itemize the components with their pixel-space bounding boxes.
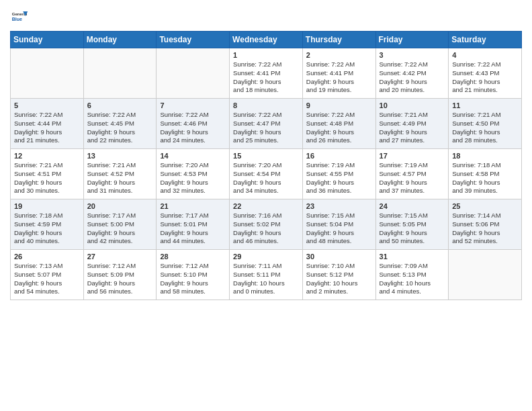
- day-info: Sunrise: 7:21 AMSunset: 4:49 PMDaylight:…: [380, 111, 445, 145]
- day-number: 10: [380, 101, 445, 109]
- calendar-header-saturday: Saturday: [449, 32, 522, 48]
- calendar-cell: 3Sunrise: 7:22 AMSunset: 4:42 PMDaylight…: [375, 48, 449, 99]
- calendar-header-wednesday: Wednesday: [230, 32, 303, 48]
- day-number: 7: [160, 101, 226, 109]
- day-info: Sunrise: 7:22 AMSunset: 4:48 PMDaylight:…: [306, 111, 372, 145]
- day-number: 16: [306, 152, 372, 160]
- day-info: Sunrise: 7:12 AMSunset: 5:09 PMDaylight:…: [87, 262, 153, 296]
- day-info: Sunrise: 7:16 AMSunset: 5:02 PMDaylight:…: [233, 212, 299, 246]
- day-number: 2: [306, 51, 372, 59]
- day-info: Sunrise: 7:22 AMSunset: 4:44 PMDaylight:…: [14, 111, 80, 145]
- day-info: Sunrise: 7:22 AMSunset: 4:43 PMDaylight:…: [452, 60, 518, 95]
- day-number: 20: [87, 202, 153, 210]
- day-info: Sunrise: 7:20 AMSunset: 4:53 PMDaylight:…: [160, 161, 226, 195]
- calendar-cell: 2Sunrise: 7:22 AMSunset: 4:41 PMDaylight…: [302, 48, 375, 99]
- day-info: Sunrise: 7:19 AMSunset: 4:55 PMDaylight:…: [306, 161, 372, 195]
- day-number: 25: [452, 202, 518, 210]
- calendar-cell: 8Sunrise: 7:22 AMSunset: 4:47 PMDaylight…: [230, 99, 303, 149]
- calendar-cell: [449, 250, 522, 300]
- svg-text:Blue: Blue: [12, 17, 22, 21]
- calendar-cell: 5Sunrise: 7:22 AMSunset: 4:44 PMDaylight…: [11, 99, 84, 149]
- logo: General Blue: [10, 7, 32, 26]
- calendar-cell: 11Sunrise: 7:21 AMSunset: 4:50 PMDayligh…: [449, 99, 522, 149]
- day-number: 9: [306, 101, 372, 109]
- day-info: Sunrise: 7:22 AMSunset: 4:46 PMDaylight:…: [160, 111, 226, 145]
- calendar-cell: 10Sunrise: 7:21 AMSunset: 4:49 PMDayligh…: [375, 99, 449, 149]
- logo-icon: General Blue: [10, 7, 29, 26]
- day-number: 14: [160, 152, 226, 160]
- calendar-week-1: 1Sunrise: 7:22 AMSunset: 4:41 PMDaylight…: [11, 48, 522, 99]
- day-info: Sunrise: 7:20 AMSunset: 4:54 PMDaylight:…: [233, 161, 299, 195]
- day-info: Sunrise: 7:21 AMSunset: 4:51 PMDaylight:…: [14, 161, 80, 195]
- day-info: Sunrise: 7:15 AMSunset: 5:05 PMDaylight:…: [380, 212, 445, 246]
- calendar-header-tuesday: Tuesday: [157, 32, 230, 48]
- calendar-cell: 9Sunrise: 7:22 AMSunset: 4:48 PMDaylight…: [302, 99, 375, 149]
- day-info: Sunrise: 7:12 AMSunset: 5:10 PMDaylight:…: [160, 262, 226, 296]
- day-number: 28: [160, 253, 226, 261]
- calendar-cell: 18Sunrise: 7:18 AMSunset: 4:58 PMDayligh…: [449, 149, 522, 199]
- day-number: 15: [233, 152, 299, 160]
- day-info: Sunrise: 7:18 AMSunset: 4:58 PMDaylight:…: [452, 161, 518, 195]
- calendar-week-4: 19Sunrise: 7:18 AMSunset: 4:59 PMDayligh…: [11, 199, 522, 250]
- day-info: Sunrise: 7:21 AMSunset: 4:52 PMDaylight:…: [87, 161, 153, 195]
- day-info: Sunrise: 7:22 AMSunset: 4:41 PMDaylight:…: [233, 60, 299, 95]
- day-info: Sunrise: 7:15 AMSunset: 5:04 PMDaylight:…: [306, 212, 372, 246]
- day-number: 24: [380, 202, 445, 210]
- day-number: 5: [14, 101, 80, 109]
- day-number: 4: [452, 51, 518, 59]
- day-number: 3: [380, 51, 445, 59]
- day-number: 13: [87, 152, 153, 160]
- day-number: 22: [233, 202, 299, 210]
- day-number: 27: [87, 253, 153, 261]
- calendar-cell: 23Sunrise: 7:15 AMSunset: 5:04 PMDayligh…: [302, 199, 375, 250]
- day-info: Sunrise: 7:13 AMSunset: 5:07 PMDaylight:…: [14, 262, 80, 296]
- day-number: 21: [160, 202, 226, 210]
- day-number: 12: [14, 152, 80, 160]
- calendar-cell: 26Sunrise: 7:13 AMSunset: 5:07 PMDayligh…: [11, 250, 84, 300]
- calendar-cell: 19Sunrise: 7:18 AMSunset: 4:59 PMDayligh…: [11, 199, 84, 250]
- calendar-cell: 24Sunrise: 7:15 AMSunset: 5:05 PMDayligh…: [375, 199, 449, 250]
- day-number: 31: [380, 253, 445, 261]
- calendar-cell: 29Sunrise: 7:11 AMSunset: 5:11 PMDayligh…: [230, 250, 303, 300]
- calendar: SundayMondayTuesdayWednesdayThursdayFrid…: [10, 31, 522, 300]
- calendar-cell: 12Sunrise: 7:21 AMSunset: 4:51 PMDayligh…: [11, 149, 84, 199]
- calendar-cell: 13Sunrise: 7:21 AMSunset: 4:52 PMDayligh…: [83, 149, 157, 199]
- day-info: Sunrise: 7:11 AMSunset: 5:11 PMDaylight:…: [233, 262, 299, 296]
- calendar-header-monday: Monday: [83, 32, 157, 48]
- day-number: 29: [233, 253, 299, 261]
- day-number: 11: [452, 101, 518, 109]
- day-number: 8: [233, 101, 299, 109]
- calendar-cell: 20Sunrise: 7:17 AMSunset: 5:00 PMDayligh…: [83, 199, 157, 250]
- day-number: 1: [233, 51, 299, 59]
- day-info: Sunrise: 7:10 AMSunset: 5:12 PMDaylight:…: [306, 262, 372, 296]
- calendar-cell: 17Sunrise: 7:19 AMSunset: 4:57 PMDayligh…: [375, 149, 449, 199]
- day-info: Sunrise: 7:22 AMSunset: 4:42 PMDaylight:…: [380, 60, 445, 95]
- calendar-cell: 28Sunrise: 7:12 AMSunset: 5:10 PMDayligh…: [157, 250, 230, 300]
- calendar-cell: 6Sunrise: 7:22 AMSunset: 4:45 PMDaylight…: [83, 99, 157, 149]
- day-number: 30: [306, 253, 372, 261]
- calendar-week-2: 5Sunrise: 7:22 AMSunset: 4:44 PMDaylight…: [11, 99, 522, 149]
- calendar-cell: 31Sunrise: 7:09 AMSunset: 5:13 PMDayligh…: [375, 250, 449, 300]
- day-info: Sunrise: 7:17 AMSunset: 5:00 PMDaylight:…: [87, 212, 153, 246]
- calendar-cell: 25Sunrise: 7:14 AMSunset: 5:06 PMDayligh…: [449, 199, 522, 250]
- calendar-cell: 27Sunrise: 7:12 AMSunset: 5:09 PMDayligh…: [83, 250, 157, 300]
- calendar-cell: 4Sunrise: 7:22 AMSunset: 4:43 PMDaylight…: [449, 48, 522, 99]
- day-number: 19: [14, 202, 80, 210]
- day-number: 23: [306, 202, 372, 210]
- day-number: 18: [452, 152, 518, 160]
- calendar-cell: 7Sunrise: 7:22 AMSunset: 4:46 PMDaylight…: [157, 99, 230, 149]
- day-number: 17: [380, 152, 445, 160]
- calendar-header-thursday: Thursday: [302, 32, 375, 48]
- day-info: Sunrise: 7:14 AMSunset: 5:06 PMDaylight:…: [452, 212, 518, 246]
- calendar-cell: 30Sunrise: 7:10 AMSunset: 5:12 PMDayligh…: [302, 250, 375, 300]
- day-info: Sunrise: 7:17 AMSunset: 5:01 PMDaylight:…: [160, 212, 226, 246]
- calendar-header-friday: Friday: [375, 32, 449, 48]
- day-info: Sunrise: 7:09 AMSunset: 5:13 PMDaylight:…: [380, 262, 445, 296]
- calendar-cell: [157, 48, 230, 99]
- day-number: 6: [87, 101, 153, 109]
- calendar-cell: [83, 48, 157, 99]
- day-number: 26: [14, 253, 80, 261]
- calendar-week-5: 26Sunrise: 7:13 AMSunset: 5:07 PMDayligh…: [11, 250, 522, 300]
- calendar-cell: 14Sunrise: 7:20 AMSunset: 4:53 PMDayligh…: [157, 149, 230, 199]
- calendar-cell: 21Sunrise: 7:17 AMSunset: 5:01 PMDayligh…: [157, 199, 230, 250]
